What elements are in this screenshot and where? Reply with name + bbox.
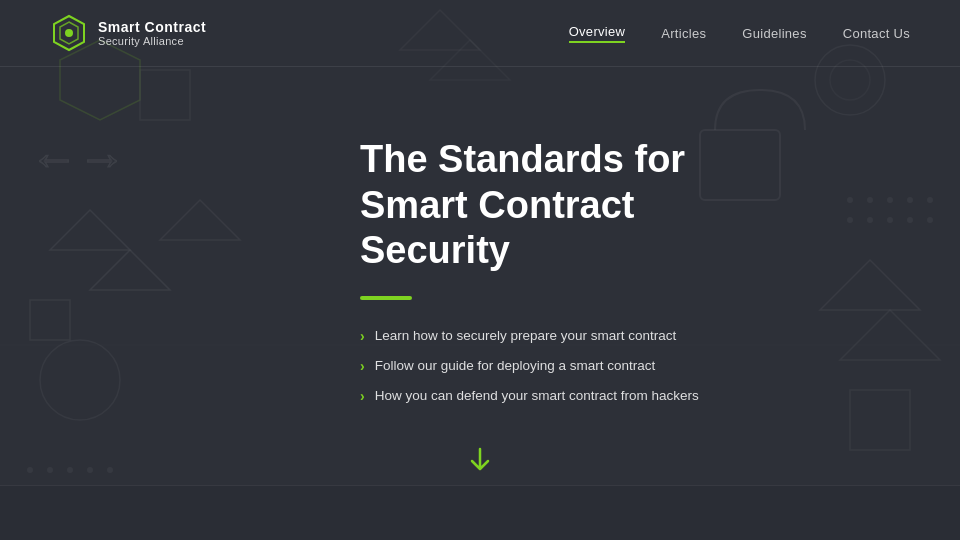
bottom-section bbox=[0, 485, 960, 540]
svg-point-42 bbox=[65, 29, 73, 37]
hero-heading: The Standards for Smart Contract Securit… bbox=[360, 137, 780, 274]
feature-text-1: Learn how to securely prepare your smart… bbox=[375, 328, 677, 343]
list-item: › How you can defend your smart contract… bbox=[360, 388, 960, 404]
svg-point-9 bbox=[107, 467, 113, 473]
header: Smart Contract Security Alliance Overvie… bbox=[0, 0, 960, 67]
nav-overview[interactable]: Overview bbox=[569, 24, 626, 43]
chevron-icon: › bbox=[360, 328, 365, 344]
list-item: › Follow our guide for deploying a smart… bbox=[360, 358, 960, 374]
logo-icon bbox=[50, 14, 88, 52]
logo-line2: Security Alliance bbox=[98, 35, 206, 47]
nav-contact[interactable]: Contact Us bbox=[843, 26, 910, 41]
nav-guidelines[interactable]: Guidelines bbox=[742, 26, 806, 41]
feature-text-3: How you can defend your smart contract f… bbox=[375, 388, 699, 403]
logo: Smart Contract Security Alliance bbox=[50, 14, 206, 52]
svg-point-5 bbox=[27, 467, 33, 473]
accent-bar bbox=[360, 296, 412, 300]
main-nav: Overview Articles Guidelines Contact Us bbox=[569, 24, 910, 43]
nav-articles[interactable]: Articles bbox=[661, 26, 706, 41]
svg-point-6 bbox=[47, 467, 53, 473]
feature-text-2: Follow our guide for deploying a smart c… bbox=[375, 358, 656, 373]
svg-point-7 bbox=[67, 467, 73, 473]
logo-text: Smart Contract Security Alliance bbox=[98, 19, 206, 47]
hero-section: The Standards for Smart Contract Securit… bbox=[0, 67, 960, 404]
svg-point-8 bbox=[87, 467, 93, 473]
logo-line1: Smart Contract bbox=[98, 19, 206, 35]
list-item: › Learn how to securely prepare your sma… bbox=[360, 328, 960, 344]
scroll-down-arrow[interactable] bbox=[466, 445, 494, 480]
feature-list: › Learn how to securely prepare your sma… bbox=[360, 328, 960, 404]
chevron-icon: › bbox=[360, 388, 365, 404]
chevron-icon: › bbox=[360, 358, 365, 374]
